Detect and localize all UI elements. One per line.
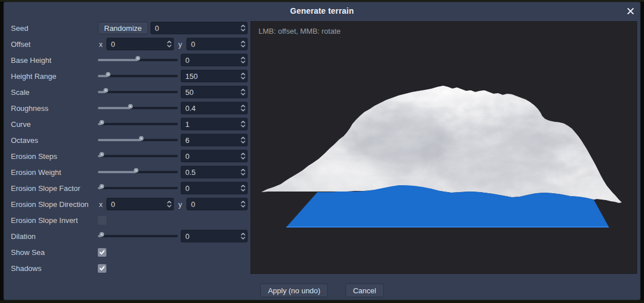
row-controls: 0 (98, 54, 248, 66)
octaves-spinbox[interactable]: 6 (181, 134, 248, 146)
spin-value: 150 (181, 72, 240, 81)
spin-value: 0 (107, 200, 166, 209)
row-label: Dilation (11, 232, 98, 241)
spin-updown-icon[interactable] (240, 184, 246, 193)
spin-updown-icon[interactable] (240, 103, 246, 113)
row-controls (98, 214, 248, 226)
spin-updown-icon[interactable] (240, 200, 246, 209)
spin-updown-icon[interactable] (240, 39, 246, 49)
row-label: Erosion Slope Factor (11, 184, 98, 193)
axis-y-label: y (174, 40, 186, 49)
randomize-button[interactable]: Randomize (98, 22, 148, 34)
spin-updown-icon[interactable] (166, 39, 172, 49)
close-button[interactable] (625, 5, 636, 17)
erosion-steps-slider[interactable] (98, 152, 178, 161)
curve-spinbox[interactable]: 1 (181, 118, 248, 130)
row-label: Erosion Steps (11, 152, 98, 161)
row-controls: x0y0 (98, 38, 248, 50)
spin-updown-icon[interactable] (240, 87, 246, 97)
offset-y-spinbox[interactable]: 0 (186, 38, 248, 50)
spin-updown-icon[interactable] (240, 23, 246, 33)
slider-grabber[interactable] (100, 232, 104, 237)
slider-grabber[interactable] (100, 152, 104, 157)
shadows-checkbox[interactable] (98, 264, 106, 273)
background-app-bottom (0, 300, 644, 303)
height-range-slider[interactable] (98, 71, 178, 81)
terrain-preview-render (251, 22, 637, 274)
slider-track (98, 91, 178, 93)
apply-button[interactable]: Apply (no undo) (260, 284, 328, 297)
erosion-slope-direction-y-spinbox[interactable]: 0 (186, 198, 248, 210)
erosion-weight-spinbox[interactable]: 0.5 (181, 166, 248, 178)
slider-fill (98, 59, 138, 61)
slider-grabber[interactable] (104, 88, 108, 93)
form-row-dilation: Dilation0 (11, 228, 248, 244)
spin-updown-icon[interactable] (240, 135, 246, 145)
spin-updown-icon[interactable] (240, 152, 246, 161)
roughness-slider[interactable] (98, 103, 178, 113)
scale-slider[interactable] (98, 87, 178, 97)
height-range-spinbox[interactable]: 150 (181, 70, 248, 82)
erosion-slope-factor-spinbox[interactable]: 0 (181, 182, 248, 194)
spin-value: 0 (181, 232, 240, 241)
roughness-spinbox[interactable]: 0.4 (181, 102, 248, 114)
row-label: Octaves (11, 136, 98, 145)
form-row-octaves: Octaves6 (11, 132, 248, 148)
row-label: Base Height (11, 56, 98, 65)
row-controls: 6 (98, 134, 248, 146)
spin-value: 0 (187, 40, 240, 49)
row-controls: 0.5 (98, 166, 248, 178)
row-label: Shadows (11, 264, 98, 273)
slider-grabber[interactable] (100, 184, 104, 189)
slider-fill (98, 171, 136, 173)
form-row-erosion-slope-factor: Erosion Slope Factor0 (11, 180, 248, 196)
slider-grabber[interactable] (100, 120, 104, 125)
slider-track (98, 155, 178, 157)
row-controls (98, 246, 248, 258)
offset-x-spinbox[interactable]: 0 (106, 38, 174, 50)
form-row-show-sea: Show Sea (11, 244, 248, 260)
slider-track (98, 123, 178, 125)
form: SeedRandomize0Offsetx0y0Base Height0Heig… (11, 20, 248, 276)
spin-updown-icon[interactable] (240, 119, 246, 129)
form-row-scale: Scale50 (11, 84, 248, 100)
erosion-steps-spinbox[interactable]: 0 (181, 150, 248, 162)
spin-updown-icon[interactable] (240, 55, 246, 65)
slider-grabber[interactable] (134, 168, 138, 173)
base-height-spinbox[interactable]: 0 (181, 54, 248, 66)
slider-grabber[interactable] (136, 56, 140, 61)
erosion-slope-direction-x-spinbox[interactable]: 0 (106, 198, 174, 210)
slider-grabber[interactable] (139, 136, 144, 141)
row-label: Seed (11, 24, 98, 33)
show-sea-checkbox[interactable] (98, 248, 106, 257)
row-controls: x0y0 (98, 198, 248, 210)
octaves-slider[interactable] (98, 135, 178, 145)
form-row-offset: Offsetx0y0 (11, 36, 248, 52)
row-controls: 0 (98, 150, 248, 162)
spin-value: 0.5 (181, 168, 240, 177)
erosion-weight-slider[interactable] (98, 168, 178, 177)
erosion-slope-factor-slider[interactable] (98, 184, 178, 193)
cancel-button[interactable]: Cancel (345, 284, 383, 297)
scale-spinbox[interactable]: 50 (181, 86, 248, 98)
spin-updown-icon[interactable] (240, 232, 246, 241)
base-height-slider[interactable] (98, 55, 178, 65)
spin-value: 0 (107, 40, 166, 49)
dilation-spinbox[interactable]: 0 (181, 230, 248, 242)
erosion-slope-invert-checkbox[interactable] (98, 216, 106, 225)
form-row-base-height: Base Height0 (11, 52, 248, 68)
spin-updown-icon[interactable] (166, 200, 172, 209)
form-row-seed: SeedRandomize0 (11, 20, 248, 36)
dilation-slider[interactable] (98, 232, 178, 241)
slider-grabber[interactable] (106, 72, 110, 77)
spin-updown-icon[interactable] (240, 71, 246, 81)
spin-updown-icon[interactable] (240, 168, 246, 177)
curve-slider[interactable] (98, 119, 178, 129)
spin-value: 1 (181, 120, 240, 129)
slider-grabber[interactable] (128, 104, 133, 109)
row-controls: 150 (98, 70, 248, 82)
terrain-preview-panel[interactable]: LMB: offset, MMB: rotate (251, 21, 637, 274)
seed-spinbox[interactable]: 0 (150, 22, 248, 34)
dialog-titlebar[interactable]: Generate terrain (4, 2, 640, 19)
row-controls: 50 (98, 86, 248, 98)
